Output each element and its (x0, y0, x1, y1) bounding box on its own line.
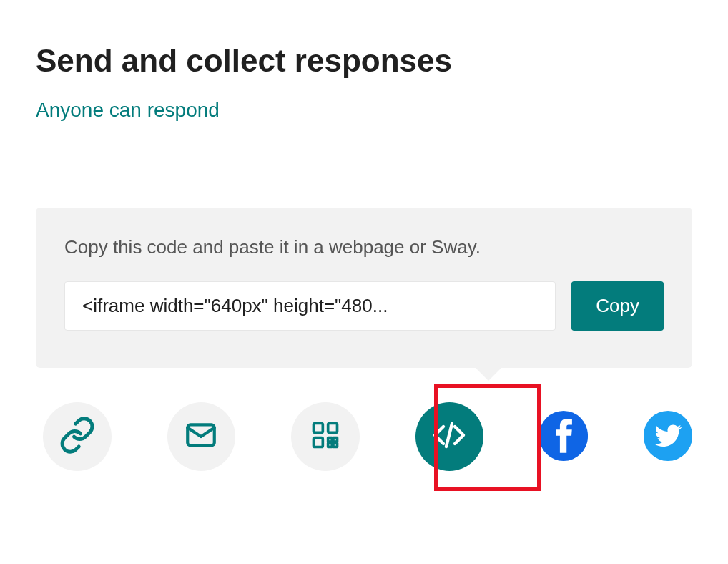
svg-rect-4 (328, 438, 332, 442)
embed-instruction: Copy this code and paste it in a webpage… (64, 236, 664, 258)
svg-rect-5 (333, 443, 338, 447)
svg-rect-2 (328, 424, 337, 433)
respond-setting-link[interactable]: Anyone can respond (36, 99, 692, 122)
embed-panel: Copy this code and paste it in a webpage… (36, 208, 692, 368)
svg-rect-7 (333, 438, 338, 442)
svg-line-8 (446, 424, 452, 447)
share-email-button[interactable] (167, 402, 236, 471)
qrcode-icon (310, 419, 341, 454)
share-qrcode-button[interactable] (291, 402, 360, 471)
twitter-icon (644, 411, 692, 462)
page-title: Send and collect responses (36, 43, 692, 79)
share-facebook-button[interactable] (539, 412, 588, 461)
share-embed-button[interactable] (415, 402, 484, 471)
copy-button[interactable]: Copy (571, 281, 664, 331)
svg-rect-3 (313, 438, 323, 447)
link-icon (58, 416, 97, 457)
callout-pointer (476, 368, 501, 381)
share-options-row (36, 402, 692, 471)
embed-icon (432, 418, 466, 455)
facebook-icon (539, 411, 588, 462)
email-icon (183, 417, 219, 456)
share-twitter-button[interactable] (644, 412, 692, 461)
share-link-button[interactable] (43, 402, 112, 471)
embed-code-input[interactable] (64, 281, 556, 331)
svg-rect-1 (313, 424, 323, 433)
svg-rect-6 (328, 443, 332, 447)
